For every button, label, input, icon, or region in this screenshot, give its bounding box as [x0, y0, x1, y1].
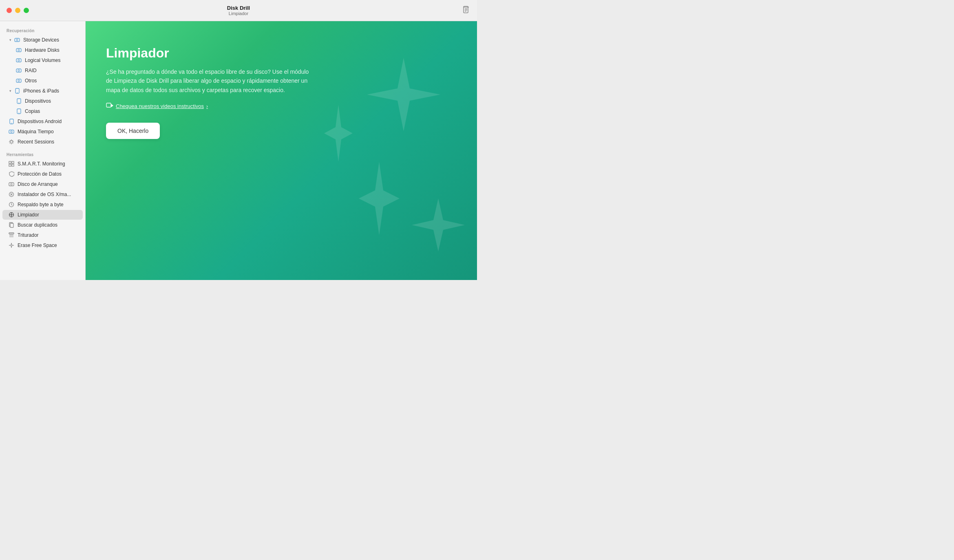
help-book-icon[interactable]	[462, 5, 470, 15]
phone-icon	[15, 108, 22, 115]
sidebar-item-triturador[interactable]: Triturador	[2, 230, 83, 240]
sidebar-item-android[interactable]: Dispositivos Android	[2, 117, 83, 126]
sidebar-item-instalador[interactable]: Instalador de OS X/ma...	[2, 190, 83, 199]
android-label: Dispositivos Android	[18, 119, 62, 124]
sidebar-item-otros[interactable]: Otros	[2, 76, 83, 86]
svg-rect-35	[9, 233, 14, 234]
sidebar-item-logical-volumes[interactable]: Logical Volumes	[2, 55, 83, 65]
svg-rect-9	[16, 79, 21, 82]
deco-shape-4	[322, 103, 355, 164]
storage-devices-label: Storage Devices	[23, 37, 59, 43]
chevron-right-icon: ›	[206, 104, 208, 109]
video-link[interactable]: Chequea nuestros videos instructivos ›	[106, 103, 310, 110]
svg-rect-1	[15, 38, 20, 42]
svg-point-20	[11, 131, 12, 132]
buscar-duplicados-label: Buscar duplicados	[18, 222, 57, 228]
grid-icon	[8, 161, 15, 167]
svg-marker-36	[367, 58, 440, 131]
sidebar-item-erase-free-space[interactable]: Erase Free Space	[2, 240, 83, 250]
minimize-button[interactable]	[15, 8, 20, 13]
svg-rect-40	[106, 103, 111, 107]
proteccion-label: Protección de Datos	[18, 171, 62, 177]
sidebar-item-proteccion[interactable]: Protección de Datos	[2, 169, 83, 179]
svg-rect-23	[12, 161, 14, 163]
disk-icon	[15, 57, 22, 64]
content-inner: Limpiador ¿Se ha preguntado a dónde va t…	[106, 46, 310, 139]
video-link-text: Chequea nuestros videos instructivos	[116, 103, 204, 109]
sidebar-item-disco-arranque[interactable]: Disco de Arranque	[2, 179, 83, 189]
svg-point-10	[18, 80, 20, 82]
section-herramientas: Herramientas	[0, 150, 85, 159]
copias-label: Copias	[25, 108, 40, 114]
svg-rect-22	[9, 161, 11, 163]
svg-rect-7	[16, 69, 21, 72]
sidebar-item-recent-sessions[interactable]: Recent Sessions	[2, 137, 83, 147]
maximize-button[interactable]	[24, 8, 29, 13]
video-icon	[106, 103, 113, 110]
sidebar-item-storage-devices[interactable]: ▾ Storage Devices	[2, 35, 83, 45]
hardware-disks-label: Hardware Disks	[25, 47, 60, 53]
page-description: ¿Se ha preguntado a dónde va todo el esp…	[106, 67, 310, 95]
content-area: Limpiador ¿Se ha preguntado a dónde va t…	[86, 21, 477, 280]
svg-point-12	[17, 92, 18, 93]
respaldo-label: Respaldo byte a byte	[18, 202, 64, 207]
section-recuperacion: Recuperación	[0, 26, 85, 35]
sidebar-item-raid[interactable]: RAID	[2, 66, 83, 75]
svg-rect-24	[9, 164, 11, 166]
sidebar: Recuperación ▾ Storage Devices Hardware …	[0, 21, 86, 280]
plus-icon	[8, 212, 15, 218]
sidebar-item-hardware-disks[interactable]: Hardware Disks	[2, 45, 83, 55]
disco-arranque-label: Disco de Arranque	[18, 181, 58, 187]
app-title: Disk Drill	[227, 5, 250, 11]
svg-marker-39	[324, 105, 353, 162]
erase-free-space-label: Erase Free Space	[18, 243, 57, 248]
sidebar-item-limpiador[interactable]: Limpiador	[2, 210, 83, 220]
disk-icon	[8, 128, 15, 135]
svg-rect-26	[9, 183, 14, 186]
svg-rect-3	[16, 49, 21, 52]
app-subtitle: Limpiador	[227, 11, 250, 16]
sidebar-item-iphones-ipads[interactable]: ▾ iPhones & iPads	[2, 86, 83, 96]
otros-label: Otros	[25, 78, 37, 84]
phone-icon	[8, 118, 15, 125]
limpiador-label: Limpiador	[18, 212, 39, 218]
svg-point-21	[10, 141, 13, 143]
phone-icon	[15, 98, 22, 104]
svg-point-27	[11, 183, 12, 185]
deco-shape-3	[355, 158, 404, 239]
raid-label: RAID	[25, 68, 37, 73]
phone-icon	[14, 88, 20, 94]
svg-rect-5	[16, 59, 21, 62]
titlebar: Disk Drill Limpiador	[0, 0, 477, 21]
smart-label: S.M.A.R.T. Monitoring	[18, 161, 65, 167]
svg-point-16	[18, 112, 19, 113]
sidebar-item-copias[interactable]: Copias	[2, 106, 83, 116]
traffic-lights	[7, 8, 29, 13]
titlebar-center: Disk Drill Limpiador	[227, 5, 250, 16]
sidebar-item-buscar-duplicados[interactable]: Buscar duplicados	[2, 220, 83, 230]
shield-icon	[8, 171, 15, 177]
sidebar-item-dispositivos[interactable]: Dispositivos	[2, 96, 83, 106]
circle-x-icon	[8, 191, 15, 198]
clock-icon	[8, 201, 15, 208]
logical-volumes-label: Logical Volumes	[25, 57, 60, 63]
dispositivos-label: Dispositivos	[25, 98, 51, 104]
gear-icon	[8, 139, 15, 145]
instalador-label: Instalador de OS X/ma...	[18, 192, 71, 197]
deco-shape-1	[363, 54, 444, 135]
svg-point-2	[16, 39, 18, 41]
ok-hacerlo-button[interactable]: OK, Hacerlo	[106, 123, 160, 139]
close-button[interactable]	[7, 8, 12, 13]
disk-icon	[15, 77, 22, 84]
sidebar-item-respaldo[interactable]: Respaldo byte a byte	[2, 200, 83, 209]
svg-marker-38	[359, 162, 400, 235]
chevron-icon: ▾	[8, 89, 12, 93]
sidebar-item-maquina-tiempo[interactable]: Máquina Tiempo	[2, 127, 83, 137]
svg-rect-34	[10, 223, 13, 227]
page-title: Limpiador	[106, 46, 310, 61]
disk-icon	[14, 37, 20, 43]
svg-point-6	[18, 60, 20, 61]
recent-sessions-label: Recent Sessions	[18, 139, 54, 145]
sidebar-item-smart[interactable]: S.M.A.R.T. Monitoring	[2, 159, 83, 169]
svg-rect-19	[9, 130, 14, 133]
